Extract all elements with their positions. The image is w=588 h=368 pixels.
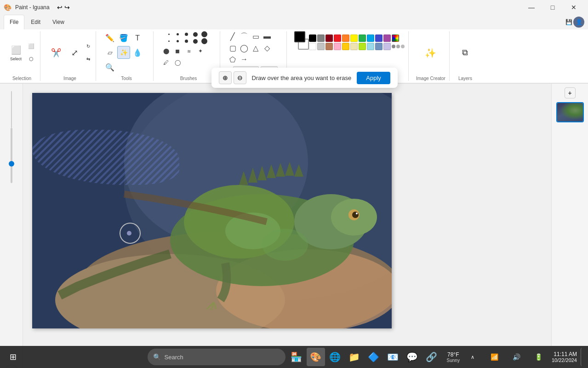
size-slider-thumb[interactable] bbox=[9, 161, 14, 167]
eraser-button[interactable]: ▱ bbox=[103, 46, 116, 59]
color-lavender[interactable] bbox=[383, 43, 391, 50]
taskbar-app-edge[interactable]: 🔷 bbox=[365, 348, 383, 366]
taskbar-app-paint[interactable]: 🎨 bbox=[307, 348, 325, 366]
image-creator-button[interactable]: ✨ bbox=[422, 40, 439, 66]
shape-diamond[interactable]: ◇ bbox=[262, 43, 272, 53]
layers-button[interactable]: ⧉ bbox=[457, 40, 474, 66]
brush-style-4[interactable]: ✦ bbox=[195, 46, 206, 56]
fill-button[interactable]: 🪣 bbox=[117, 32, 130, 45]
start-button[interactable]: ⊞ bbox=[4, 348, 22, 366]
resize-button[interactable]: ⤢ bbox=[66, 40, 83, 66]
canvas-image[interactable] bbox=[32, 93, 392, 328]
brush-size-5[interactable] bbox=[201, 31, 207, 37]
layer-thumbnail[interactable] bbox=[556, 102, 584, 122]
color-gradient[interactable] bbox=[392, 34, 399, 42]
color-lightgray[interactable] bbox=[317, 43, 325, 50]
user-avatar[interactable]: 👤 bbox=[573, 17, 584, 28]
erase-add-button[interactable]: ⊕ bbox=[219, 71, 232, 84]
color-cream[interactable] bbox=[350, 43, 358, 50]
flip-btn[interactable]: ⇆ bbox=[85, 53, 92, 65]
brush-style-3[interactable]: ≋ bbox=[184, 46, 194, 56]
tab-file[interactable]: File bbox=[4, 15, 24, 29]
brush-size-8[interactable] bbox=[185, 40, 188, 43]
taskbar-app-browser1[interactable]: 🌐 bbox=[326, 348, 344, 366]
select-all-btn[interactable]: ⬜ bbox=[26, 40, 36, 52]
color-blue[interactable] bbox=[367, 34, 374, 42]
shape-arrow[interactable]: → bbox=[239, 54, 249, 64]
magic-erase-button[interactable]: ✨ bbox=[117, 46, 130, 59]
brush-size-9[interactable] bbox=[193, 39, 198, 44]
magnify-button[interactable]: 🔍 bbox=[103, 61, 116, 74]
color-gray[interactable] bbox=[317, 34, 325, 42]
shape-line[interactable]: ╱ bbox=[228, 31, 238, 41]
pencil-button[interactable]: ✏️ bbox=[103, 32, 116, 45]
shape-round-rect[interactable]: ▢ bbox=[228, 43, 238, 53]
select-button[interactable]: ⬜ Select bbox=[7, 40, 24, 66]
color-darkred[interactable] bbox=[325, 34, 333, 42]
shape-rect[interactable]: ▭ bbox=[251, 31, 261, 41]
brush-size-2[interactable] bbox=[177, 33, 179, 35]
shape-pentagon[interactable]: ⬠ bbox=[228, 54, 238, 64]
color-black[interactable] bbox=[309, 34, 316, 42]
brush-style-5[interactable]: 🖊 bbox=[161, 58, 171, 68]
crop-button[interactable]: ✂️ bbox=[48, 40, 64, 66]
small-color-2[interactable] bbox=[396, 45, 400, 48]
shape-triangle[interactable]: △ bbox=[251, 43, 261, 53]
color-white[interactable] bbox=[309, 43, 316, 50]
shape-curve[interactable]: ⌒ bbox=[239, 31, 249, 41]
redo-button[interactable]: ↪ bbox=[64, 4, 70, 11]
taskbar-app-store[interactable]: 🏪 bbox=[287, 348, 306, 366]
show-desktop-button[interactable] bbox=[581, 348, 584, 366]
brush-style-1[interactable]: ⬤ bbox=[161, 46, 171, 56]
brush-size-3[interactable] bbox=[185, 33, 188, 36]
taskbar-app-extra[interactable]: 🔗 bbox=[422, 348, 441, 366]
shape-fill-rect[interactable]: ▬ bbox=[262, 31, 272, 41]
clock-display[interactable]: 11:11 AM 10/22/2024 bbox=[552, 351, 577, 363]
foreground-color[interactable] bbox=[294, 31, 305, 42]
rotate-btn[interactable]: ↻ bbox=[85, 40, 92, 52]
undo-button[interactable]: ↩ bbox=[57, 4, 63, 11]
color-lime[interactable] bbox=[359, 43, 366, 50]
canvas-area[interactable] bbox=[23, 84, 551, 368]
color-brown[interactable] bbox=[325, 43, 333, 50]
volume-icon[interactable]: 🔊 bbox=[508, 348, 526, 366]
color-lightblue[interactable] bbox=[367, 43, 374, 50]
brush-size-4[interactable] bbox=[193, 32, 198, 37]
tab-view[interactable]: View bbox=[47, 15, 70, 29]
color-gold[interactable] bbox=[342, 43, 349, 50]
color-red[interactable] bbox=[334, 34, 341, 42]
apply-button[interactable]: Apply bbox=[357, 72, 390, 84]
taskbar-app-mail[interactable]: 📧 bbox=[384, 348, 402, 366]
small-color-1[interactable] bbox=[392, 45, 395, 48]
taskbar-app-teams[interactable]: 💬 bbox=[403, 348, 422, 366]
brush-size-1[interactable] bbox=[168, 34, 170, 35]
brush-size-7[interactable] bbox=[177, 40, 179, 42]
color-orange[interactable] bbox=[342, 34, 349, 42]
search-box[interactable]: 🔍 bbox=[148, 349, 285, 365]
eyedropper-button[interactable]: 💧 bbox=[131, 46, 144, 59]
brush-size-10[interactable] bbox=[201, 38, 207, 44]
tab-edit[interactable]: Edit bbox=[25, 15, 46, 29]
color-green[interactable] bbox=[359, 34, 366, 42]
color-purple[interactable] bbox=[383, 34, 391, 42]
erase-subtract-button[interactable]: ⊖ bbox=[234, 71, 246, 84]
color-yellow[interactable] bbox=[350, 34, 358, 42]
save-button[interactable]: 💾 bbox=[565, 19, 572, 25]
small-color-3[interactable] bbox=[401, 45, 405, 48]
brush-size-6[interactable] bbox=[168, 40, 170, 42]
tray-expand-button[interactable]: ∧ bbox=[463, 348, 482, 366]
minimize-button[interactable]: — bbox=[521, 0, 542, 15]
color-pink[interactable] bbox=[334, 43, 341, 50]
color-indigo[interactable] bbox=[375, 34, 382, 42]
add-layer-button[interactable]: + bbox=[565, 87, 576, 98]
taskbar-app-files[interactable]: 📁 bbox=[345, 348, 364, 366]
weather-widget[interactable]: 78°F Sunny bbox=[447, 351, 460, 363]
size-slider-track[interactable] bbox=[11, 128, 12, 183]
search-input[interactable] bbox=[165, 354, 257, 361]
select-free-btn[interactable]: ⬡ bbox=[26, 53, 36, 65]
text-button[interactable]: T bbox=[131, 32, 144, 45]
color-steelblue[interactable] bbox=[375, 43, 382, 50]
brush-style-2[interactable]: ◼ bbox=[172, 46, 183, 56]
battery-icon[interactable]: 🔋 bbox=[530, 348, 548, 366]
network-icon[interactable]: 📶 bbox=[485, 348, 504, 366]
